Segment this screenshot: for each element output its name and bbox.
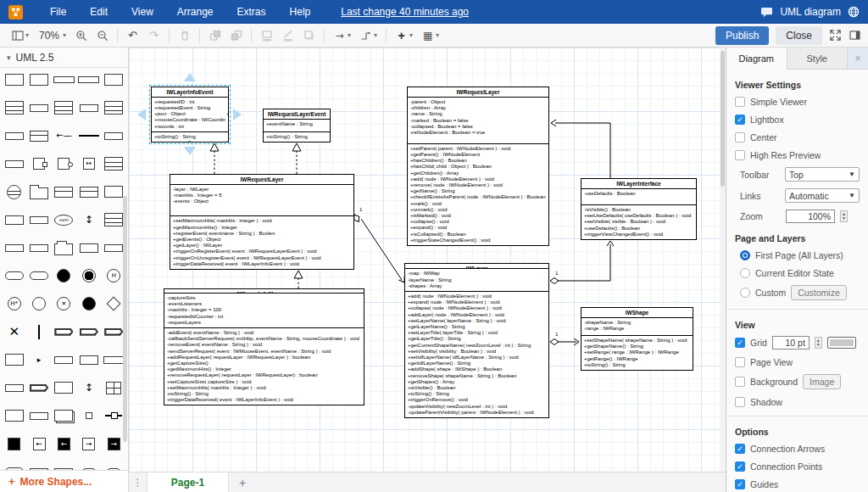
direction-arrow-right[interactable] [233,109,242,120]
direction-arrow-down[interactable] [184,147,196,155]
shape-label[interactable] [76,101,101,115]
shape-note[interactable] [2,73,26,87]
shape-class3[interactable] [52,101,76,115]
undo-button[interactable]: ↶ [122,26,143,44]
fullscreen-icon[interactable] [829,29,842,42]
shape-x-cross[interactable]: ✕ [2,325,26,338]
menu-arrange[interactable]: Arrange [165,3,225,21]
shape-fork[interactable]: ↕ [76,213,101,226]
shape-note[interactable] [102,73,126,87]
selection-handle[interactable] [151,87,153,88]
shape-square-arrow[interactable]: ↔ [76,157,101,171]
zoom-level-button[interactable]: 70%▾ [33,27,70,44]
shape-circle-x[interactable]: ✕ [52,297,76,310]
links-select[interactable]: Automatic▼ [785,188,860,203]
shape-label2[interactable] [76,241,101,254]
checkbox-center[interactable] [735,132,745,143]
button-image[interactable]: Image [803,374,841,389]
class-iwrequestlayer[interactable]: IWRequestLayer-parent : Object-children … [407,87,549,246]
shape-tab-box[interactable] [52,241,76,254]
direction-arrow-up[interactable] [184,73,196,81]
tab-style[interactable]: Style [787,48,849,69]
connection-style-button[interactable]: →▾ [329,26,355,44]
shape-label[interactable] [26,409,51,422]
shape-class2[interactable] [52,185,76,198]
stepper-icon[interactable]: ▲▼ [815,337,822,349]
grid-size-input[interactable]: 10 pt [772,336,810,349]
waypoint-style-button[interactable]: ▾ [355,26,381,44]
add-page-button[interactable]: + [229,472,256,492]
shape-class3[interactable] [2,101,26,115]
button-customize[interactable]: Customize [791,285,847,300]
shape-square-black[interactable] [2,437,26,450]
publish-button[interactable]: Publish [715,26,769,45]
class-iwlayerinterface[interactable]: IWLayerInterface-useDefaults : Boolean-i… [581,178,697,240]
radio-first-page-all-layers-[interactable] [740,250,750,260]
selection-handle[interactable] [226,112,229,116]
shape-tiny-sq[interactable] [76,409,101,422]
radio-custom[interactable] [740,288,750,298]
checkbox-simple-viewer[interactable] [735,97,745,107]
shape-chevron-label[interactable] [26,381,51,394]
shape-chevron-label[interactable] [52,325,76,338]
shape-oval[interactable]: exm [52,213,76,226]
shape-label[interactable] [2,381,26,394]
stepper-icon[interactable]: ▲▼ [840,210,848,222]
menu-extras[interactable]: Extras [225,3,278,21]
shape-hline-arrow[interactable]: ←— [52,129,76,143]
zoom-out-button[interactable] [92,26,113,44]
more-shapes-button[interactable]: + More Shapes... [0,470,128,492]
shape-rect[interactable] [2,353,26,366]
shape-label[interactable] [52,353,76,366]
canvas-vertical-scrollbar[interactable] [720,48,726,472]
shape-square-arrow-right[interactable]: → [76,437,101,450]
shape-circle-filled[interactable] [76,297,101,310]
shape-circle-filled[interactable] [52,269,76,282]
table-button[interactable]: ▦▾ [417,26,443,44]
checkbox-connection-points[interactable]: ✓ [735,461,745,472]
checkbox-grid[interactable]: ✓ [735,338,745,348]
shape-label2[interactable] [2,213,26,226]
class-iwlayer[interactable]: IWLayer-map : IWMap-layerName : String-s… [404,263,549,418]
shape-pill[interactable] [2,269,26,282]
checkbox-shadow[interactable] [735,397,745,407]
shape-label[interactable] [26,241,51,254]
shape-circle-detail[interactable] [2,185,26,198]
shape-class3[interactable] [102,101,126,115]
shape-note[interactable] [52,381,76,394]
class-iwlayerinfomanager[interactable]: IWLayerInfoManager-captureSize-eventList… [164,288,364,405]
shape-class3[interactable] [102,157,126,171]
shape-hline[interactable] [76,129,101,143]
close-button[interactable]: Close [776,26,822,45]
toolbar-select[interactable]: Top▼ [785,167,860,182]
checkbox-high-res-preview[interactable] [735,150,745,160]
tab-diagram[interactable]: Diagram [726,48,787,70]
shape-note[interactable] [26,73,51,87]
shape-label2[interactable] [76,353,101,366]
shape-label[interactable] [2,241,26,254]
direction-arrow-left[interactable] [137,109,146,120]
class-iwrequestlayerevent[interactable]: IWRequestLayerEvent+eventName : String+t… [263,109,331,143]
shape-circle-hstar[interactable]: H* [2,297,26,310]
shape-pill[interactable] [26,269,51,282]
menu-help[interactable]: Help [278,3,323,21]
view-panel-button[interactable]: ▾ [7,26,33,44]
shape-square-arrow-left[interactable]: ← [26,437,51,450]
shape-label[interactable] [2,157,26,171]
page-tab-page-1[interactable]: Page-1 [147,472,229,492]
class-iwrequestlayer[interactable]: IWRequestLayer-layer : IWLayer-maxHits :… [170,174,354,270]
last-change-link[interactable]: Last change 40 minutes ago [341,6,469,18]
shape-class2[interactable] [76,185,101,198]
zoom-input[interactable]: 100% [786,210,835,223]
selection-handle[interactable] [226,140,229,143]
shape-circle-ring[interactable] [76,269,101,282]
checkbox-connection-arrows[interactable]: ✓ [735,444,745,454]
shape-rect[interactable] [2,409,26,422]
shape-circle-empty[interactable] [26,297,51,310]
shape-pill-badge[interactable] [2,465,26,470]
shape-class2[interactable] [26,129,51,143]
close-panel-icon[interactable]: × [848,48,868,69]
shape-label[interactable] [26,101,51,115]
class-iwshape[interactable]: IWShape-shapeName : String-range : IWRan… [581,307,693,371]
shape-square-port[interactable] [26,157,51,171]
